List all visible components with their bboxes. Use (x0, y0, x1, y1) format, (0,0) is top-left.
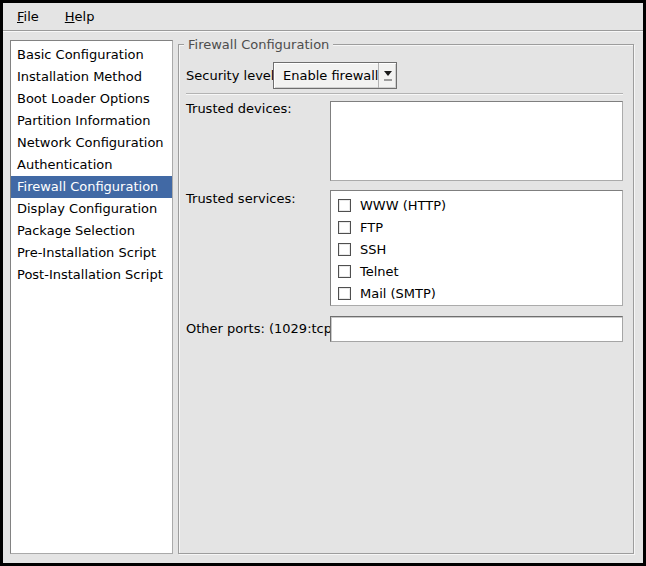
service-row-www-http[interactable]: WWW (HTTP) (331, 194, 622, 216)
sidebar-item-network-configuration[interactable]: Network Configuration (11, 132, 172, 154)
frame-title: Firewall Configuration (184, 37, 333, 53)
menu-help[interactable]: Help (62, 7, 98, 26)
checkbox-www-http[interactable] (338, 199, 351, 212)
trusted-devices-list[interactable] (330, 101, 623, 181)
service-row-mail-smtp[interactable]: Mail (SMTP) (331, 282, 622, 304)
checkbox-ssh[interactable] (338, 243, 351, 256)
configuration-section-list: Basic Configuration Installation Method … (10, 40, 173, 554)
checkbox-ftp[interactable] (338, 221, 351, 234)
sidebar-item-partition-information[interactable]: Partition Information (11, 110, 172, 132)
sidebar-item-firewall-configuration[interactable]: Firewall Configuration (11, 176, 172, 198)
trusted-devices-label: Trusted devices: (186, 99, 292, 119)
sidebar-item-authentication[interactable]: Authentication (11, 154, 172, 176)
other-ports-input[interactable] (330, 316, 623, 342)
menu-bar: File Help (3, 3, 643, 31)
sidebar-item-boot-loader-options[interactable]: Boot Loader Options (11, 88, 172, 110)
section-separator (186, 93, 623, 94)
sidebar-item-basic-configuration[interactable]: Basic Configuration (11, 44, 172, 66)
service-label: FTP (360, 220, 383, 235)
service-row-ssh[interactable]: SSH (331, 238, 622, 260)
trusted-services-list: WWW (HTTP) FTP SSH Telnet Mail (SMTP) (330, 190, 623, 306)
checkbox-mail-smtp[interactable] (338, 287, 351, 300)
sidebar-item-package-selection[interactable]: Package Selection (11, 220, 172, 242)
service-row-telnet[interactable]: Telnet (331, 260, 622, 282)
other-ports-label: Other ports: (1029:tcp) (186, 316, 337, 342)
dropdown-dash-icon (384, 79, 392, 81)
security-level-label: Security level: (186, 64, 279, 88)
trusted-services-label: Trusted services: (186, 189, 296, 209)
checkbox-telnet[interactable] (338, 265, 351, 278)
service-label: Telnet (360, 264, 399, 279)
menu-file[interactable]: File (14, 7, 42, 26)
dropdown-arrow-button[interactable] (378, 63, 396, 88)
chevron-down-icon (384, 71, 392, 76)
sidebar-item-pre-installation-script[interactable]: Pre-Installation Script (11, 242, 172, 264)
security-level-dropdown[interactable]: Enable firewall (273, 62, 397, 89)
service-label: SSH (360, 242, 386, 257)
kickstart-configurator-window: File Help Basic Configuration Installati… (0, 0, 646, 566)
sidebar-item-display-configuration[interactable]: Display Configuration (11, 198, 172, 220)
service-row-ftp[interactable]: FTP (331, 216, 622, 238)
sidebar-item-post-installation-script[interactable]: Post-Installation Script (11, 264, 172, 286)
sidebar-item-installation-method[interactable]: Installation Method (11, 66, 172, 88)
service-label: Mail (SMTP) (360, 286, 436, 301)
service-label: WWW (HTTP) (360, 198, 446, 213)
security-level-selected-value: Enable firewall (274, 63, 378, 88)
